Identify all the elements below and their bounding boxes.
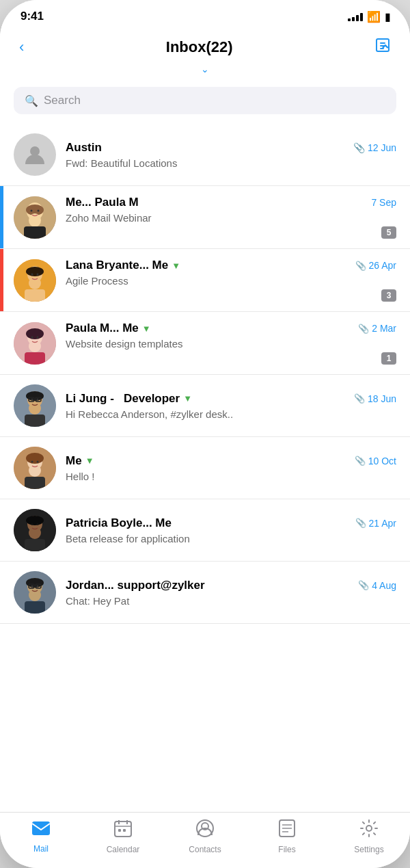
svg-rect-41 — [25, 477, 45, 489]
svg-point-30 — [29, 402, 41, 415]
email-bottom: 1 — [66, 352, 396, 365]
email-top: Li Jung - Developer ▼ 📎 18 Jun — [66, 392, 396, 406]
inbox-title: Inbox(22) — [166, 38, 233, 56]
nav-label-mail: Mail — [33, 844, 49, 854]
nav-item-settings[interactable]: Settings — [328, 819, 410, 854]
email-date: 📎 4 Aug — [358, 580, 396, 591]
flag-icon: ▼ — [85, 456, 94, 466]
wifi-icon: 📶 — [367, 10, 381, 23]
email-top: Jordan... support@zylker 📎 4 Aug — [66, 579, 396, 592]
flag-icon: ▼ — [172, 261, 180, 271]
compose-button[interactable] — [372, 34, 394, 60]
email-top: Austin 📎 12 Jun — [66, 141, 396, 155]
list-item[interactable]: Jordan... support@zylker 📎 4 Aug Chat: H… — [0, 562, 410, 624]
email-sender: Paula M... Me ▼ — [66, 321, 151, 335]
svg-point-74 — [366, 826, 372, 831]
avatar — [14, 571, 56, 614]
avatar — [14, 384, 56, 427]
search-icon: 🔍 — [25, 94, 38, 107]
calendar-icon — [114, 819, 132, 842]
header: ‹ Inbox(22) — [0, 29, 410, 62]
nav-item-files[interactable]: Files — [246, 819, 328, 854]
svg-point-57 — [37, 586, 39, 588]
svg-point-56 — [31, 586, 33, 588]
paperclip-icon: 📎 — [355, 456, 366, 466]
list-item[interactable]: Me ▼ 📎 10 Oct Hello ! — [0, 437, 410, 499]
battery-icon: ▮ — [385, 10, 390, 23]
email-date: 📎 12 Jun — [353, 142, 396, 153]
email-top: Paula M... Me ▼ 📎 2 Mar — [66, 321, 396, 335]
list-item[interactable]: Paula M... Me ▼ 📎 2 Mar Website design t… — [0, 312, 410, 375]
list-item[interactable]: Austin 📎 12 Jun Fwd: Beautiful Locations — [0, 124, 410, 186]
svg-point-17 — [31, 273, 33, 275]
email-sender: Me ▼ — [66, 454, 94, 468]
nav-label-contacts: Contacts — [189, 845, 221, 854]
email-date: 📎 2 Mar — [358, 323, 396, 334]
list-item[interactable]: Lana Bryante... Me ▼ 📎 26 Apr Agile Proc… — [0, 249, 410, 312]
list-item[interactable]: Li Jung - Developer ▼ 📎 18 Jun Hi Rebecc… — [0, 375, 410, 437]
paperclip-icon: 📎 — [358, 580, 369, 590]
svg-rect-9 — [24, 226, 46, 239]
svg-rect-55 — [25, 601, 45, 614]
settings-icon — [360, 819, 378, 842]
paperclip-icon: 📎 — [358, 324, 369, 334]
svg-point-14 — [26, 267, 44, 276]
email-subject: Agile Process — [66, 275, 396, 287]
nav-label-calendar: Calendar — [107, 845, 140, 854]
flag-icon: ▼ — [142, 324, 151, 334]
message-count-badge: 5 — [381, 226, 396, 239]
message-count-badge: 1 — [381, 352, 396, 365]
nav-label-files: Files — [278, 845, 295, 854]
email-content: Jordan... support@zylker 📎 4 Aug Chat: H… — [66, 579, 396, 607]
nav-item-calendar[interactable]: Calendar — [82, 819, 164, 854]
svg-rect-62 — [115, 821, 131, 837]
chevron-down-icon: ⌄ — [201, 64, 209, 75]
list-item[interactable]: Patricia Boyle... Me 📎 21 Apr Beta relea… — [0, 499, 410, 562]
email-content: Patricia Boyle... Me 📎 21 Apr Beta relea… — [66, 516, 396, 544]
email-date: 📎 10 Oct — [355, 456, 396, 466]
paperclip-icon: 📎 — [354, 393, 365, 404]
status-icons: 📶 ▮ — [348, 10, 390, 23]
svg-point-46 — [26, 516, 44, 525]
email-content: Lana Bryante... Me ▼ 📎 26 Apr Agile Proc… — [66, 259, 396, 302]
svg-point-11 — [38, 209, 40, 211]
search-bar[interactable]: 🔍 Search — [14, 87, 396, 114]
email-subject: Zoho Mail Webinar — [66, 212, 396, 224]
svg-point-25 — [31, 336, 33, 338]
avatar — [14, 509, 56, 551]
back-button[interactable]: ‹ — [16, 36, 27, 59]
list-item[interactable]: Me... Paula M 7 Sep Zoho Mail Webinar 5 — [0, 186, 410, 249]
svg-point-47 — [29, 527, 41, 539]
message-count-badge: 3 — [381, 289, 396, 302]
svg-rect-48 — [25, 539, 45, 551]
email-subject: Hi Rebecca Anderson, #zylker desk.. — [66, 408, 396, 420]
paperclip-icon: 📎 — [353, 142, 365, 153]
contacts-icon — [196, 819, 214, 842]
email-sender: Patricia Boyle... Me — [66, 516, 172, 530]
svg-rect-16 — [25, 289, 45, 302]
header-chevron[interactable]: ⌄ — [0, 62, 410, 80]
svg-point-10 — [31, 209, 33, 211]
email-sender: Jordan... support@zylker — [66, 579, 205, 592]
email-content: Paula M... Me ▼ 📎 2 Mar Website design t… — [66, 321, 396, 365]
files-icon — [279, 819, 295, 842]
svg-point-26 — [37, 336, 39, 338]
search-input[interactable]: Search — [44, 94, 81, 107]
email-subject: Website design templates — [66, 338, 396, 350]
mail-icon — [31, 820, 51, 841]
nav-item-contacts[interactable]: Contacts — [164, 819, 246, 854]
status-time: 9:41 — [20, 10, 44, 23]
svg-point-4 — [30, 146, 40, 156]
svg-rect-61 — [32, 821, 50, 835]
svg-point-49 — [31, 523, 33, 525]
email-subject: Beta release for application — [66, 533, 396, 544]
email-bottom: 3 — [66, 289, 396, 302]
avatar — [14, 133, 56, 176]
svg-rect-67 — [123, 829, 126, 832]
email-top: Lana Bryante... Me ▼ 📎 26 Apr — [66, 259, 396, 272]
nav-label-settings: Settings — [354, 845, 383, 854]
signal-bars-icon — [348, 12, 363, 21]
email-bottom: 5 — [66, 226, 396, 239]
nav-item-mail[interactable]: Mail — [0, 820, 82, 854]
avatar — [14, 196, 56, 239]
